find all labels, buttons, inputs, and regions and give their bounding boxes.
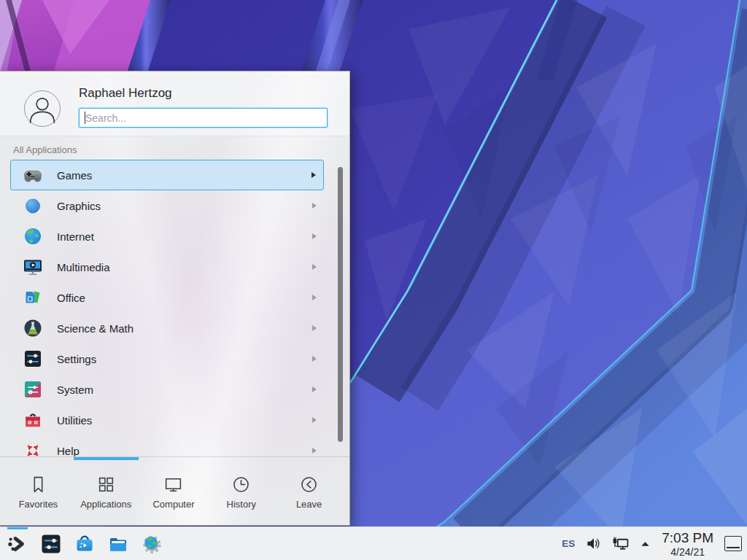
submenu-arrow-icon xyxy=(312,233,317,239)
category-help[interactable]: Help xyxy=(10,435,324,456)
window-line xyxy=(727,547,740,548)
text-cursor xyxy=(85,112,85,124)
category-label: Settings xyxy=(57,353,96,365)
paint-sphere-icon xyxy=(23,195,43,216)
submenu-arrow-icon xyxy=(312,295,317,300)
category-label: Multimedia xyxy=(57,261,110,273)
volume-icon[interactable] xyxy=(586,536,601,551)
category-internet[interactable]: Internet xyxy=(10,221,324,252)
taskbar: ES 7:03 PM 4/24/21 xyxy=(0,526,747,560)
tab-leave[interactable]: Leave xyxy=(275,461,343,524)
category-graphics[interactable]: Graphics xyxy=(10,190,324,221)
web-browser-button[interactable] xyxy=(140,532,163,556)
category-label: System xyxy=(57,384,93,396)
category-label: Utilities xyxy=(57,414,92,427)
app-launcher-button[interactable] xyxy=(6,532,29,556)
monitor-icon xyxy=(163,475,183,494)
tab-favorites[interactable]: Favorites xyxy=(4,461,72,524)
network-icon[interactable] xyxy=(612,537,629,551)
show-desktop-button[interactable] xyxy=(724,536,742,551)
system-settings-button[interactable] xyxy=(39,532,63,556)
category-settings[interactable]: Settings xyxy=(10,343,324,374)
category-science-math[interactable]: Science & Math xyxy=(10,313,324,343)
submenu-arrow-icon xyxy=(312,386,317,392)
user-name: Raphael Hertzog xyxy=(79,86,172,101)
clock-icon xyxy=(231,475,251,494)
category-label: Science & Math xyxy=(57,322,133,335)
app-grid-icon xyxy=(96,475,116,494)
submenu-arrow-icon xyxy=(312,356,317,362)
system-tray: ES 7:03 PM 4/24/21 xyxy=(562,527,713,560)
category-label: Graphics xyxy=(57,200,101,212)
globe-icon xyxy=(23,226,43,246)
keyboard-layout-indicator[interactable]: ES xyxy=(562,538,575,549)
active-tab-indicator xyxy=(74,457,139,460)
search-input[interactable] xyxy=(79,108,328,128)
clock-date: 4/24/21 xyxy=(662,547,713,557)
submenu-arrow-icon xyxy=(312,203,317,209)
submenu-arrow-icon xyxy=(312,417,317,423)
file-manager-button[interactable] xyxy=(107,532,130,556)
category-office[interactable]: Office xyxy=(10,282,324,313)
digital-clock[interactable]: 7:03 PM 4/24/21 xyxy=(662,531,713,557)
expand-tray-icon[interactable] xyxy=(640,538,651,549)
exit-icon xyxy=(299,475,319,494)
desktop: Raphael Hertzog All Applications xyxy=(0,0,747,560)
launcher-active-indicator xyxy=(7,527,28,529)
lifebuoy-icon xyxy=(23,440,43,456)
submenu-arrow-icon xyxy=(312,264,317,270)
sliders-dark-icon xyxy=(23,349,43,369)
kde-kickoff-icon xyxy=(7,533,28,555)
tab-history[interactable]: History xyxy=(207,461,275,524)
submenu-arrow-icon xyxy=(311,172,316,178)
toolbox-icon xyxy=(23,410,43,430)
category-label: Internet xyxy=(57,230,94,243)
documents-icon xyxy=(23,287,43,308)
file-manager-icon xyxy=(107,533,129,555)
tab-computer[interactable]: Computer xyxy=(140,461,208,524)
media-player-icon xyxy=(23,257,43,277)
user-avatar[interactable] xyxy=(24,90,61,127)
tab-applications[interactable]: Applications xyxy=(72,461,140,524)
category-utilities[interactable]: Utilities xyxy=(10,405,324,435)
category-games[interactable]: Games xyxy=(10,160,324,190)
system-settings-icon xyxy=(40,533,62,555)
tab-separator xyxy=(0,456,349,457)
category-label: Office xyxy=(57,292,85,304)
flask-icon xyxy=(23,318,43,338)
sliders-color-icon xyxy=(23,379,43,400)
scrollbar[interactable] xyxy=(338,167,343,442)
clock-time: 7:03 PM xyxy=(662,531,713,545)
discover-store-button[interactable] xyxy=(73,532,96,556)
section-label: All Applications xyxy=(13,144,77,155)
category-label: Help xyxy=(57,445,80,457)
category-list: Games Graphics xyxy=(0,160,349,456)
search-field-wrap xyxy=(79,108,328,128)
category-system[interactable]: System xyxy=(10,374,324,405)
submenu-arrow-icon xyxy=(312,448,317,454)
tab-bar: Favorites Applications Computer History xyxy=(4,461,343,524)
category-label: Games xyxy=(57,169,92,182)
application-launcher: Raphael Hertzog All Applications xyxy=(0,71,350,526)
taskbar-apps xyxy=(6,532,163,556)
gamepad-icon xyxy=(23,165,43,185)
discover-store-icon xyxy=(74,533,96,555)
person-icon xyxy=(25,91,60,126)
web-browser-icon xyxy=(141,533,163,555)
bookmark-icon xyxy=(28,475,48,494)
category-multimedia[interactable]: Multimedia xyxy=(10,252,324,282)
submenu-arrow-icon xyxy=(312,325,317,331)
